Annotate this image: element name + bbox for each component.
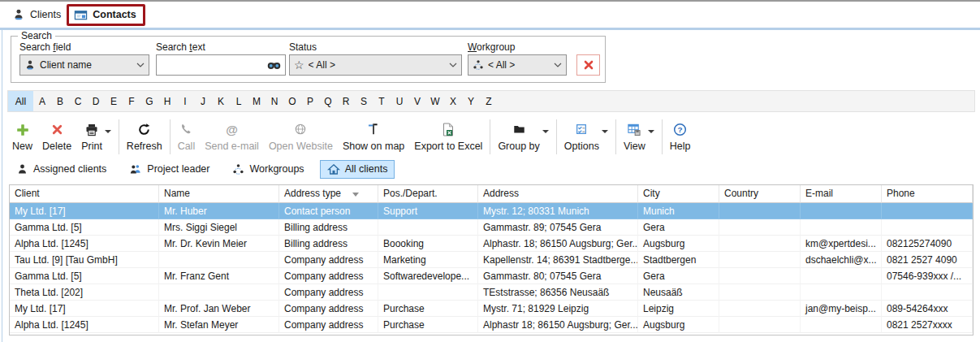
- search-field-label: Search field: [19, 41, 71, 53]
- refresh-button[interactable]: Refresh: [122, 118, 167, 156]
- search-field-value: Client name: [40, 59, 132, 71]
- table-row[interactable]: Alpha Ltd. [1245]Mr. Dr. Kevin MeierBill…: [10, 236, 973, 252]
- alpha-filter-o[interactable]: O: [283, 91, 301, 111]
- column-header-name[interactable]: Name: [159, 185, 279, 203]
- alpha-filter-e[interactable]: E: [105, 91, 123, 111]
- delete-button[interactable]: Delete: [37, 118, 76, 156]
- print-button[interactable]: Print: [76, 118, 116, 156]
- print-menu-caret[interactable]: [105, 130, 111, 133]
- cell: [801, 219, 882, 236]
- cell: My Ltd. [17]: [10, 301, 159, 317]
- column-header-city[interactable]: City: [638, 185, 719, 203]
- toolbar-separator: [556, 119, 557, 154]
- alpha-filter-a[interactable]: A: [33, 91, 51, 111]
- alpha-filter-p[interactable]: P: [301, 91, 319, 111]
- cell: Leipzig: [638, 301, 719, 317]
- column-header-phone[interactable]: Phone: [882, 185, 973, 203]
- alpha-filter-x[interactable]: X: [444, 91, 462, 111]
- cell: Purchase: [378, 317, 478, 333]
- alpha-filter-y[interactable]: Y: [462, 91, 480, 111]
- alpha-filter-g[interactable]: G: [140, 91, 158, 111]
- alpha-filter-q[interactable]: Q: [319, 91, 337, 111]
- table-row[interactable]: Theta Ltd. [202]Company addressTEststras…: [10, 284, 973, 301]
- status-value: < All >: [309, 59, 445, 71]
- toolbar: New Delete Print Refresh: [7, 118, 975, 156]
- group-by-menu-caret[interactable]: [542, 130, 549, 133]
- table-row[interactable]: Alpha Ltd. [1245]Mr. Stefan MeyerCompany…: [10, 317, 973, 333]
- red-x-icon: [583, 59, 594, 71]
- cell: [719, 203, 801, 219]
- search-field-combo[interactable]: Client name: [19, 54, 149, 76]
- alpha-filter-n[interactable]: N: [266, 91, 283, 111]
- column-header-country[interactable]: Country: [719, 185, 801, 203]
- cell: Alpha Ltd. [1245]: [10, 236, 159, 252]
- alpha-filter-m[interactable]: M: [248, 91, 266, 111]
- status-label: Status: [289, 41, 317, 53]
- search-text-input[interactable]: [161, 59, 267, 71]
- tab-contacts-label: Contacts: [93, 9, 136, 20]
- table-view-icon: [627, 123, 641, 136]
- table-row[interactable]: Tau Ltd. [9] [Tau GmbH]Company addressMa…: [10, 252, 973, 268]
- cell: Munich: [638, 203, 719, 219]
- group-by-button[interactable]: Group by: [493, 118, 553, 156]
- column-header-pos-depart-[interactable]: Pos./Depart.: [378, 185, 478, 203]
- alpha-filter-c[interactable]: C: [69, 91, 87, 111]
- clear-search-button[interactable]: [576, 54, 600, 76]
- alpha-filter-f[interactable]: F: [123, 91, 140, 111]
- workgroup-combo[interactable]: < All >: [468, 54, 567, 76]
- view-button[interactable]: View: [619, 118, 659, 156]
- new-button[interactable]: New: [7, 118, 37, 156]
- alpha-filter-u[interactable]: U: [391, 91, 408, 111]
- column-header-client[interactable]: Client: [10, 185, 159, 203]
- filter-assigned-clients[interactable]: Assigned clients: [9, 160, 114, 179]
- tab-clients[interactable]: Clients: [6, 5, 67, 24]
- filter-all-clients[interactable]: All clients: [320, 160, 395, 179]
- cell: Marketing: [378, 252, 478, 268]
- cell: [159, 252, 279, 268]
- status-combo[interactable]: ☆ < All >: [289, 54, 462, 76]
- binoculars-search-icon[interactable]: [267, 60, 281, 70]
- options-menu-caret[interactable]: [602, 130, 608, 133]
- cell: [801, 203, 882, 219]
- view-menu-caret[interactable]: [648, 130, 654, 133]
- filter-workgroups[interactable]: Workgroups: [225, 160, 311, 179]
- show-on-map-button[interactable]: Show on map: [338, 118, 409, 156]
- help-button[interactable]: ? Help: [665, 118, 696, 156]
- table-row[interactable]: Gamma Ltd. [5]Mrs. Siggi SiegelBilling a…: [10, 219, 973, 236]
- alpha-filter-d[interactable]: D: [87, 91, 105, 111]
- cell: 0821 2527xxxx: [882, 317, 973, 333]
- column-header-e-mail[interactable]: E-mail: [801, 185, 882, 203]
- alpha-filter-i[interactable]: I: [176, 91, 194, 111]
- alpha-filter-z[interactable]: Z: [480, 91, 498, 111]
- cell: jan@my-beisp...: [801, 301, 882, 317]
- cell: Alpha Ltd. [1245]: [10, 317, 159, 333]
- table-row[interactable]: My Ltd. [17]Mr. Prof. Jan WeberCompany a…: [10, 301, 973, 317]
- cell: Softwaredevelope...: [378, 268, 478, 284]
- alpha-filter-all[interactable]: All: [8, 91, 33, 111]
- alpha-filter-l[interactable]: L: [230, 91, 248, 111]
- alpha-filter-h[interactable]: H: [158, 91, 176, 111]
- alpha-filter-s[interactable]: S: [355, 91, 373, 111]
- alpha-filter-t[interactable]: T: [373, 91, 391, 111]
- person-icon: [16, 163, 28, 175]
- alpha-filter-k[interactable]: K: [212, 91, 230, 111]
- export-to-excel-button[interactable]: Export to Excel: [409, 118, 487, 156]
- alpha-filter-w[interactable]: W: [426, 91, 444, 111]
- tab-contacts[interactable]: Contacts: [74, 8, 136, 22]
- table-row[interactable]: Gamma Ltd. [5]Mr. Franz GentCompany addr…: [10, 268, 973, 284]
- alpha-filter-j[interactable]: J: [194, 91, 212, 111]
- column-header-address-type[interactable]: Address type: [279, 185, 378, 203]
- chevron-down-icon: [136, 63, 145, 67]
- filter-project-leader[interactable]: Project leader: [122, 160, 217, 179]
- cell: Company address: [279, 284, 378, 301]
- column-header-address[interactable]: Address: [478, 185, 638, 203]
- table-row[interactable]: My Ltd. [17]Mr. HuberContact personSuppo…: [10, 203, 973, 219]
- toolbar-separator: [119, 119, 119, 154]
- cell: [801, 284, 882, 301]
- alpha-filter-r[interactable]: R: [337, 91, 355, 111]
- options-button[interactable]: Options: [559, 118, 613, 156]
- alpha-filter-b[interactable]: B: [51, 91, 69, 111]
- alpha-filter-v[interactable]: V: [408, 91, 426, 111]
- cell: Billing address: [279, 219, 378, 236]
- people-icon: [129, 163, 142, 175]
